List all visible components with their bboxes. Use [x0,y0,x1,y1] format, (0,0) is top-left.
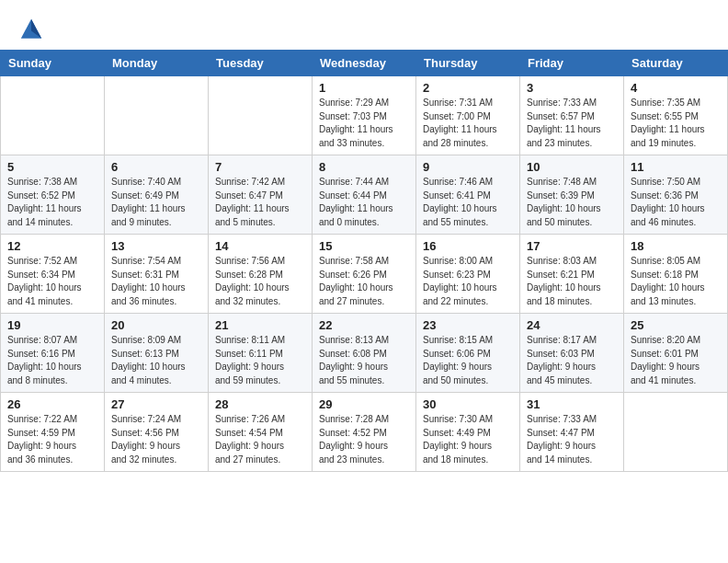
day-info: Sunrise: 7:30 AMSunset: 4:49 PMDaylight:… [423,413,513,466]
day-info: Sunrise: 8:03 AMSunset: 6:21 PMDaylight:… [527,255,617,308]
calendar-cell: 18Sunrise: 8:05 AMSunset: 6:18 PMDayligh… [624,235,728,314]
day-number: 11 [631,160,721,174]
calendar-cell: 19Sunrise: 8:07 AMSunset: 6:16 PMDayligh… [1,314,105,393]
header [0,0,728,50]
day-info: Sunrise: 7:56 AMSunset: 6:28 PMDaylight:… [215,255,305,308]
calendar-cell: 13Sunrise: 7:54 AMSunset: 6:31 PMDayligh… [105,235,209,314]
day-number: 26 [7,397,97,411]
calendar-cell: 1Sunrise: 7:29 AMSunset: 7:03 PMDaylight… [313,76,416,155]
calendar-cell: 2Sunrise: 7:31 AMSunset: 7:00 PMDaylight… [416,76,520,155]
day-number: 6 [111,160,201,174]
day-info: Sunrise: 7:46 AMSunset: 6:41 PMDaylight:… [423,176,513,229]
day-info: Sunrise: 7:52 AMSunset: 6:34 PMDaylight:… [7,255,97,308]
calendar-cell: 25Sunrise: 8:20 AMSunset: 6:01 PMDayligh… [624,314,728,393]
day-info: Sunrise: 8:05 AMSunset: 6:18 PMDaylight:… [631,255,721,308]
calendar-cell: 20Sunrise: 8:09 AMSunset: 6:13 PMDayligh… [105,314,209,393]
day-number: 12 [7,239,97,253]
day-number: 14 [215,239,305,253]
day-info: Sunrise: 7:44 AMSunset: 6:44 PMDaylight:… [319,176,409,229]
calendar-cell: 14Sunrise: 7:56 AMSunset: 6:28 PMDayligh… [209,235,313,314]
day-number: 4 [631,81,721,95]
day-number: 13 [111,239,201,253]
day-info: Sunrise: 8:17 AMSunset: 6:03 PMDaylight:… [527,334,617,387]
calendar-cell: 16Sunrise: 8:00 AMSunset: 6:23 PMDayligh… [416,235,520,314]
day-number: 20 [111,318,201,332]
day-info: Sunrise: 7:42 AMSunset: 6:47 PMDaylight:… [215,176,305,229]
day-info: Sunrise: 7:33 AMSunset: 4:47 PMDaylight:… [527,413,617,466]
day-number: 1 [319,81,409,95]
calendar-cell: 7Sunrise: 7:42 AMSunset: 6:47 PMDaylight… [209,155,313,235]
day-info: Sunrise: 7:40 AMSunset: 6:49 PMDaylight:… [111,176,201,229]
calendar-cell [105,76,209,155]
calendar-cell: 22Sunrise: 8:13 AMSunset: 6:08 PMDayligh… [313,314,416,393]
day-number: 23 [423,318,513,332]
day-info: Sunrise: 7:31 AMSunset: 7:00 PMDaylight:… [423,97,513,150]
calendar-cell: 6Sunrise: 7:40 AMSunset: 6:49 PMDaylight… [105,155,209,235]
day-number: 18 [631,239,721,253]
calendar-cell: 21Sunrise: 8:11 AMSunset: 6:11 PMDayligh… [209,314,313,393]
calendar-header-monday: Monday [105,51,209,76]
calendar-header-thursday: Thursday [416,51,520,76]
day-number: 25 [631,318,721,332]
calendar-header-friday: Friday [520,51,624,76]
calendar-header-wednesday: Wednesday [313,51,416,76]
day-info: Sunrise: 7:24 AMSunset: 4:56 PMDaylight:… [111,413,201,466]
day-info: Sunrise: 8:07 AMSunset: 6:16 PMDaylight:… [7,334,97,387]
day-info: Sunrise: 8:11 AMSunset: 6:11 PMDaylight:… [215,334,305,387]
day-number: 15 [319,239,409,253]
day-number: 3 [527,81,617,95]
calendar-header-row: SundayMondayTuesdayWednesdayThursdayFrid… [1,51,728,76]
day-info: Sunrise: 7:28 AMSunset: 4:52 PMDaylight:… [319,413,409,466]
calendar-cell: 11Sunrise: 7:50 AMSunset: 6:36 PMDayligh… [624,155,728,235]
day-number: 17 [527,239,617,253]
calendar-week-2: 12Sunrise: 7:52 AMSunset: 6:34 PMDayligh… [1,235,728,314]
day-info: Sunrise: 7:58 AMSunset: 6:26 PMDaylight:… [319,255,409,308]
calendar-week-1: 5Sunrise: 7:38 AMSunset: 6:52 PMDaylight… [1,155,728,235]
day-info: Sunrise: 8:20 AMSunset: 6:01 PMDaylight:… [631,334,721,387]
day-number: 16 [423,239,513,253]
day-number: 19 [7,318,97,332]
calendar-cell: 30Sunrise: 7:30 AMSunset: 4:49 PMDayligh… [416,393,520,472]
calendar-week-0: 1Sunrise: 7:29 AMSunset: 7:03 PMDaylight… [1,76,728,155]
day-info: Sunrise: 8:15 AMSunset: 6:06 PMDaylight:… [423,334,513,387]
day-number: 5 [7,160,97,174]
calendar-cell: 17Sunrise: 8:03 AMSunset: 6:21 PMDayligh… [520,235,624,314]
day-number: 9 [423,160,513,174]
calendar-cell: 27Sunrise: 7:24 AMSunset: 4:56 PMDayligh… [105,393,209,472]
day-number: 24 [527,318,617,332]
day-info: Sunrise: 7:26 AMSunset: 4:54 PMDaylight:… [215,413,305,466]
day-number: 27 [111,397,201,411]
day-number: 7 [215,160,305,174]
day-info: Sunrise: 7:33 AMSunset: 6:57 PMDaylight:… [527,97,617,150]
calendar-cell: 9Sunrise: 7:46 AMSunset: 6:41 PMDaylight… [416,155,520,235]
logo-icon [18,17,44,42]
calendar-cell: 4Sunrise: 7:35 AMSunset: 6:55 PMDaylight… [624,76,728,155]
calendar-cell: 5Sunrise: 7:38 AMSunset: 6:52 PMDaylight… [1,155,105,235]
calendar-cell: 24Sunrise: 8:17 AMSunset: 6:03 PMDayligh… [520,314,624,393]
calendar-cell [209,76,313,155]
day-number: 28 [215,397,305,411]
day-info: Sunrise: 7:22 AMSunset: 4:59 PMDaylight:… [7,413,97,466]
day-number: 21 [215,318,305,332]
day-info: Sunrise: 8:00 AMSunset: 6:23 PMDaylight:… [423,255,513,308]
calendar-cell [1,76,105,155]
calendar-cell: 10Sunrise: 7:48 AMSunset: 6:39 PMDayligh… [520,155,624,235]
calendar-cell: 15Sunrise: 7:58 AMSunset: 6:26 PMDayligh… [313,235,416,314]
calendar-header-saturday: Saturday [624,51,728,76]
day-number: 30 [423,397,513,411]
logo [18,17,48,42]
day-info: Sunrise: 7:50 AMSunset: 6:36 PMDaylight:… [631,176,721,229]
calendar-cell: 29Sunrise: 7:28 AMSunset: 4:52 PMDayligh… [313,393,416,472]
calendar-cell: 12Sunrise: 7:52 AMSunset: 6:34 PMDayligh… [1,235,105,314]
day-info: Sunrise: 7:38 AMSunset: 6:52 PMDaylight:… [7,176,97,229]
day-info: Sunrise: 7:48 AMSunset: 6:39 PMDaylight:… [527,176,617,229]
day-info: Sunrise: 7:35 AMSunset: 6:55 PMDaylight:… [631,97,721,150]
day-info: Sunrise: 8:13 AMSunset: 6:08 PMDaylight:… [319,334,409,387]
day-number: 31 [527,397,617,411]
calendar-cell: 26Sunrise: 7:22 AMSunset: 4:59 PMDayligh… [1,393,105,472]
day-number: 8 [319,160,409,174]
calendar-header-tuesday: Tuesday [209,51,313,76]
calendar-cell: 23Sunrise: 8:15 AMSunset: 6:06 PMDayligh… [416,314,520,393]
day-info: Sunrise: 7:54 AMSunset: 6:31 PMDaylight:… [111,255,201,308]
day-number: 29 [319,397,409,411]
